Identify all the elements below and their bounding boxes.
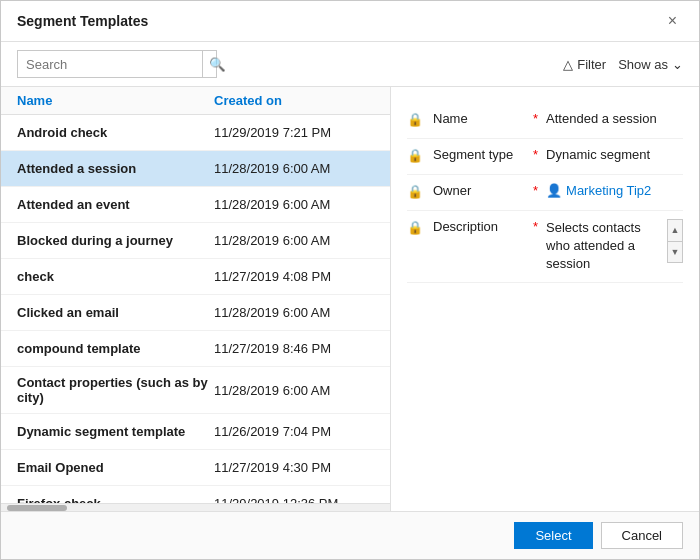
close-button[interactable]: ×	[662, 11, 683, 31]
row-date: 11/27/2019 8:46 PM	[214, 341, 374, 356]
list-row[interactable]: Email Opened11/27/2019 4:30 PM	[1, 450, 390, 486]
row-date: 11/27/2019 4:08 PM	[214, 269, 374, 284]
detail-name-row: 🔒 Name * Attended a session	[407, 103, 683, 139]
name-required: *	[533, 111, 538, 126]
filter-label: Filter	[577, 57, 606, 72]
list-row[interactable]: Clicked an email11/28/2019 6:00 AM	[1, 295, 390, 331]
column-name-header[interactable]: Name	[17, 93, 214, 108]
row-name: Android check	[17, 125, 214, 140]
row-date: 11/26/2019 7:04 PM	[214, 424, 374, 439]
list-row[interactable]: Contact properties (such as by city)11/2…	[1, 367, 390, 414]
list-row[interactable]: Firefox check11/29/2019 12:36 PM	[1, 486, 390, 503]
filter-icon: △	[563, 57, 573, 72]
row-date: 11/27/2019 4:30 PM	[214, 460, 374, 475]
dialog-title: Segment Templates	[17, 13, 148, 29]
list-row[interactable]: Dynamic segment template11/26/2019 7:04 …	[1, 414, 390, 450]
show-as-label: Show as	[618, 57, 668, 72]
search-box: 🔍	[17, 50, 217, 78]
list-header: Name Created on	[1, 87, 390, 115]
detail-description-row: 🔒 Description * Selects contacts who att…	[407, 211, 683, 283]
select-button[interactable]: Select	[514, 522, 592, 549]
content-area: Name Created on Android check11/29/2019 …	[1, 87, 699, 511]
row-name: Clicked an email	[17, 305, 214, 320]
owner-label: Owner	[433, 183, 533, 198]
list-row[interactable]: Attended a session11/28/2019 6:00 AM	[1, 151, 390, 187]
scroll-up-button[interactable]: ▲	[668, 220, 682, 242]
row-name: Dynamic segment template	[17, 424, 214, 439]
row-name: compound template	[17, 341, 214, 356]
row-name: Contact properties (such as by city)	[17, 375, 214, 405]
segment-type-required: *	[533, 147, 538, 162]
lock-icon: 🔒	[407, 112, 427, 127]
list-row[interactable]: compound template11/27/2019 8:46 PM	[1, 331, 390, 367]
row-date: 11/28/2019 6:00 AM	[214, 233, 374, 248]
description-scrollbar[interactable]: ▲ ▼	[667, 219, 683, 263]
row-date: 11/28/2019 6:00 AM	[214, 305, 374, 320]
lock-icon-4: 🔒	[407, 220, 427, 235]
list-body: Android check11/29/2019 7:21 PMAttended …	[1, 115, 390, 503]
segment-type-label: Segment type	[433, 147, 533, 162]
toolbar: 🔍 △ Filter Show as ⌄	[1, 42, 699, 87]
search-input[interactable]	[18, 51, 202, 77]
search-icon-button[interactable]: 🔍	[202, 51, 232, 77]
cancel-button[interactable]: Cancel	[601, 522, 683, 549]
row-name: Blocked during a journey	[17, 233, 214, 248]
segment-templates-dialog: Segment Templates × 🔍 △ Filter Show as ⌄	[0, 0, 700, 560]
filter-area: △ Filter Show as ⌄	[563, 57, 683, 72]
name-label: Name	[433, 111, 533, 126]
owner-required: *	[533, 183, 538, 198]
detail-panel: 🔒 Name * Attended a session 🔒 Segment ty…	[391, 87, 699, 511]
column-created-header[interactable]: Created on	[214, 93, 374, 108]
scroll-thumb	[7, 505, 67, 511]
list-row[interactable]: Blocked during a journey11/28/2019 6:00 …	[1, 223, 390, 259]
detail-segment-type-row: 🔒 Segment type * Dynamic segment	[407, 139, 683, 175]
scroll-down-button[interactable]: ▼	[668, 242, 682, 263]
search-icon: 🔍	[209, 57, 226, 72]
row-name: Attended an event	[17, 197, 214, 212]
owner-value[interactable]: Marketing Tip2	[566, 183, 651, 198]
horizontal-scrollbar[interactable]	[1, 503, 390, 511]
list-panel: Name Created on Android check11/29/2019 …	[1, 87, 391, 511]
row-name: check	[17, 269, 214, 284]
person-icon: 👤	[546, 183, 562, 198]
list-row[interactable]: check11/27/2019 4:08 PM	[1, 259, 390, 295]
row-name: Firefox check	[17, 496, 214, 503]
list-row[interactable]: Attended an event11/28/2019 6:00 AM	[1, 187, 390, 223]
row-date: 11/29/2019 7:21 PM	[214, 125, 374, 140]
row-date: 11/28/2019 6:00 AM	[214, 197, 374, 212]
dialog-footer: Select Cancel	[1, 511, 699, 559]
row-date: 11/28/2019 6:00 AM	[214, 161, 374, 176]
description-required: *	[533, 219, 538, 234]
description-label: Description	[433, 219, 533, 234]
description-value: Selects contacts who attended a session	[546, 219, 667, 274]
filter-button[interactable]: △ Filter	[563, 57, 606, 72]
dialog-titlebar: Segment Templates ×	[1, 1, 699, 42]
row-date: 11/28/2019 6:00 AM	[214, 383, 374, 398]
row-date: 11/29/2019 12:36 PM	[214, 496, 374, 503]
detail-owner-row: 🔒 Owner * 👤 Marketing Tip2	[407, 175, 683, 211]
description-area: Selects contacts who attended a session …	[546, 219, 683, 274]
owner-area: 👤 Marketing Tip2	[546, 183, 651, 198]
lock-icon-2: 🔒	[407, 148, 427, 163]
chevron-down-icon: ⌄	[672, 57, 683, 72]
lock-icon-3: 🔒	[407, 184, 427, 199]
show-as-button[interactable]: Show as ⌄	[618, 57, 683, 72]
list-row[interactable]: Android check11/29/2019 7:21 PM	[1, 115, 390, 151]
segment-type-value: Dynamic segment	[546, 147, 683, 162]
row-name: Attended a session	[17, 161, 214, 176]
name-value: Attended a session	[546, 111, 683, 126]
row-name: Email Opened	[17, 460, 214, 475]
